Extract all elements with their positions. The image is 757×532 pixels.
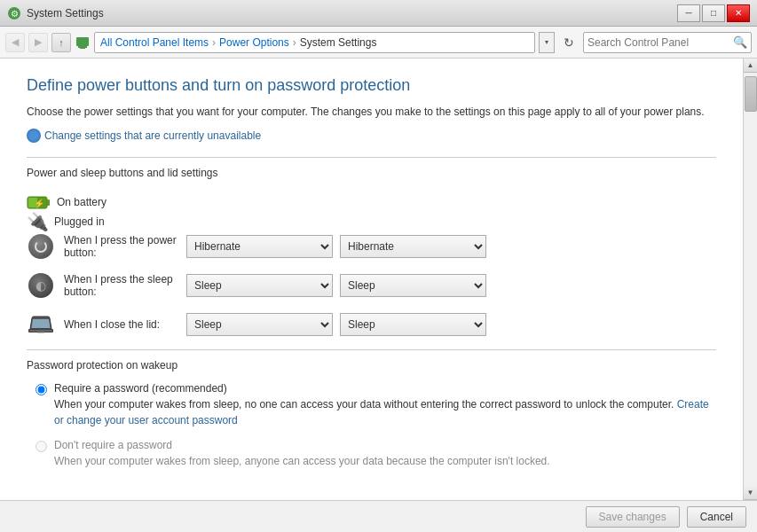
laptop-lid-icon xyxy=(28,313,53,336)
maximize-button[interactable]: □ xyxy=(702,4,725,22)
power-button-label: When I press the power button: xyxy=(64,234,186,259)
app-icon: ⚙ xyxy=(7,6,21,20)
require-password-text: Require a password (recommended) When yo… xyxy=(54,382,716,428)
scroll-down-button[interactable]: ▼ xyxy=(744,486,758,500)
sleep-button-row: ◐ When I press the sleep button: Do noth… xyxy=(27,271,716,300)
refresh-button[interactable]: ↻ xyxy=(558,32,580,53)
plugged-in-label: Plugged in xyxy=(54,215,105,228)
power-button-row: When I press the power button: Do nothin… xyxy=(27,232,716,261)
window-title: System Settings xyxy=(27,7,104,20)
content-area: Define power buttons and turn on passwor… xyxy=(0,59,743,500)
forward-button[interactable]: ▶ xyxy=(28,33,48,52)
column-headers: ⚡ On battery 🔌 Plugged in xyxy=(27,193,716,232)
lid-on-battery-select[interactable]: Do nothing Sleep Hibernate Shut down xyxy=(186,313,333,336)
breadcrumb-system-settings: System Settings xyxy=(300,36,377,49)
svg-rect-2 xyxy=(76,37,89,46)
require-password-label: Require a password (recommended) xyxy=(54,382,716,395)
on-battery-label: On battery xyxy=(57,196,106,208)
plug-icon: 🔌 xyxy=(27,211,49,232)
page-description: Choose the power settings that you want … xyxy=(27,104,716,120)
settings-link-text: Change settings that are currently unava… xyxy=(44,129,261,142)
up-button[interactable]: ↑ xyxy=(51,33,71,52)
close-button[interactable]: ✕ xyxy=(727,4,750,22)
svg-text:⚡: ⚡ xyxy=(34,198,45,209)
battery-icon: ⚡ xyxy=(27,193,51,211)
title-bar-left: ⚙ System Settings xyxy=(7,6,104,20)
scrollbar: ▲ ▼ xyxy=(743,59,757,500)
no-password-radio[interactable] xyxy=(35,441,47,452)
cancel-button[interactable]: Cancel xyxy=(687,506,746,528)
page-title: Define power buttons and turn on passwor… xyxy=(27,76,716,95)
section2-divider xyxy=(27,349,716,350)
window-controls: ─ □ ✕ xyxy=(677,4,750,22)
radio-group: Require a password (recommended) When yo… xyxy=(35,382,716,469)
save-changes-button[interactable]: Save changes xyxy=(586,506,680,528)
lid-plugged-in-select[interactable]: Do nothing Sleep Hibernate Shut down xyxy=(340,313,486,336)
title-bar: ⚙ System Settings ─ □ ✕ xyxy=(0,0,757,27)
address-bar: ◀ ▶ ↑ All Control Panel Items › Power Op… xyxy=(0,27,757,59)
back-button[interactable]: ◀ xyxy=(5,33,25,52)
power-button-plugged-in-select[interactable]: Do nothing Sleep Hibernate Shut down Tur… xyxy=(340,235,486,258)
power-circle-icon xyxy=(28,234,53,259)
svg-text:⚙: ⚙ xyxy=(11,9,19,19)
sleep-button-icon: ◐ xyxy=(27,271,55,300)
svg-rect-6 xyxy=(47,200,50,206)
lid-row: When I close the lid: Do nothing Sleep H… xyxy=(27,310,716,339)
sleep-button-label: When I press the sleep button: xyxy=(64,273,186,298)
breadcrumb-power-options: Power Options xyxy=(219,36,289,49)
scroll-track xyxy=(744,73,757,486)
svg-rect-10 xyxy=(29,330,52,332)
globe-icon xyxy=(27,129,41,143)
breadcrumb-icon xyxy=(75,35,91,51)
breadcrumb-all-control-panel: All Control Panel Items xyxy=(100,36,209,49)
bottom-bar: Save changes Cancel xyxy=(0,500,757,532)
search-input[interactable] xyxy=(587,36,733,49)
sleep-button-on-battery-select[interactable]: Do nothing Sleep Hibernate Shut down Tur… xyxy=(186,274,333,297)
scroll-thumb[interactable] xyxy=(745,76,757,112)
no-password-option: Don't require a password When your compu… xyxy=(35,439,716,469)
section1-divider xyxy=(27,157,716,158)
no-password-label: Don't require a password xyxy=(54,439,550,451)
search-box: 🔍 xyxy=(583,32,752,53)
require-password-radio[interactable] xyxy=(35,384,47,395)
search-icon[interactable]: 🔍 xyxy=(733,35,747,49)
require-password-option: Require a password (recommended) When yo… xyxy=(35,382,716,428)
password-section: Password protection on wakeup Require a … xyxy=(27,359,716,469)
password-link[interactable]: Create or change your user account passw… xyxy=(54,398,709,426)
on-battery-header: ⚡ On battery xyxy=(27,193,177,211)
no-password-desc: When your computer wakes from sleep, any… xyxy=(54,453,550,469)
minimize-button[interactable]: ─ xyxy=(677,4,700,22)
svg-rect-4 xyxy=(80,48,85,49)
address-dropdown-button[interactable]: ▾ xyxy=(539,32,555,53)
power-button-icon xyxy=(27,232,55,261)
lid-label: When I close the lid: xyxy=(64,318,186,331)
address-box: All Control Panel Items › Power Options … xyxy=(94,32,535,53)
no-password-text: Don't require a password When your compu… xyxy=(54,439,550,469)
sleep-circle-icon: ◐ xyxy=(28,273,53,298)
password-section-title: Password protection on wakeup xyxy=(27,359,716,372)
plugged-in-header: 🔌 Plugged in xyxy=(27,211,177,232)
settings-link[interactable]: Change settings that are currently unava… xyxy=(27,129,716,143)
scroll-up-button[interactable]: ▲ xyxy=(744,59,758,73)
svg-rect-3 xyxy=(78,46,87,48)
section1-title: Power and sleep buttons and lid settings xyxy=(27,167,716,179)
main-container: Define power buttons and turn on passwor… xyxy=(0,59,757,500)
lid-wrap-icon xyxy=(28,312,53,337)
sleep-button-plugged-in-select[interactable]: Do nothing Sleep Hibernate Shut down Tur… xyxy=(340,274,486,297)
require-password-desc: When your computer wakes from sleep, no … xyxy=(54,396,716,428)
power-button-on-battery-select[interactable]: Do nothing Sleep Hibernate Shut down Tur… xyxy=(186,235,333,258)
lid-icon xyxy=(27,310,55,339)
